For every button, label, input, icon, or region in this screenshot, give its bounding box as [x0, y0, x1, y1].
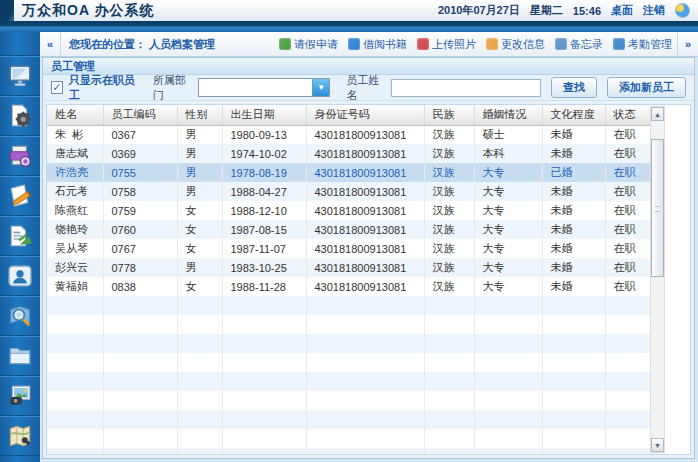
table-cell: 未婚	[542, 277, 605, 296]
column-header-5[interactable]: 身份证号码	[306, 105, 424, 125]
table-row[interactable]: 黄福娟0838女1988-11-28430181800913081汉族大专未婚在…	[47, 277, 653, 296]
table-row[interactable]: 唐志斌0369男1974-10-02430181800913081汉族本科未婚在…	[47, 144, 653, 163]
empty-cell	[474, 391, 542, 410]
column-header-4[interactable]: 出生日期	[222, 105, 306, 125]
table-row[interactable]: 陈燕红0759女1988-12-10430181800913081汉族大专未婚在…	[47, 201, 653, 220]
empty-cell	[424, 353, 474, 372]
show-active-label: 只显示在职员工	[69, 73, 137, 103]
table-cell: 在职	[605, 258, 653, 277]
empty-cell	[542, 410, 605, 429]
sidebar-item-personnel[interactable]	[0, 256, 40, 296]
empty-row	[47, 410, 653, 429]
table-cell: 汉族	[424, 239, 474, 258]
table-row[interactable]: 许浩亮0755男1978-08-19430181800913081汉族大专已婚在…	[47, 163, 653, 182]
toolbar-more-button[interactable]: »	[677, 32, 698, 57]
toolbar-item-6[interactable]: 考勤管理	[608, 37, 677, 52]
messenger-icon[interactable]	[675, 3, 690, 18]
empty-cell	[605, 334, 653, 353]
chevron-down-icon[interactable]: ▼	[312, 79, 329, 96]
department-select[interactable]: ▼	[198, 78, 331, 97]
sidebar-item-document-search[interactable]	[0, 296, 40, 336]
table-row[interactable]: 彭兴云0778男1983-10-25430181800913081汉族大专未婚在…	[47, 258, 653, 277]
empty-cell	[474, 372, 542, 391]
book-search-icon	[7, 303, 33, 329]
toolbar-item-5[interactable]: 备忘录	[550, 37, 608, 52]
column-header-3[interactable]: 性别	[177, 105, 222, 125]
table-cell: 女	[177, 239, 222, 258]
add-employee-button[interactable]: 添加新员工	[607, 77, 686, 98]
table-cell: 男	[177, 163, 222, 182]
sidebar-item-reports[interactable]	[0, 216, 40, 256]
sidebar-item-map[interactable]	[0, 416, 40, 456]
toolbar-item-1[interactable]: 请假申请	[274, 37, 343, 52]
column-header-2[interactable]: 员工编码	[103, 105, 177, 125]
table-row[interactable]: 饶艳玲0760女1987-08-15430181800913081汉族大专未婚在…	[47, 220, 653, 239]
table-cell: 大专	[474, 258, 542, 277]
column-header-9[interactable]: 状态	[605, 105, 653, 125]
empty-cell	[474, 410, 542, 429]
table-cell: 未婚	[542, 220, 605, 239]
collapse-sidebar-button[interactable]: «	[40, 32, 61, 57]
table-cell: 0778	[103, 258, 177, 277]
toolbar-item-3[interactable]: 上传照片	[412, 37, 481, 52]
vertical-scrollbar[interactable]: ▲ ▼	[650, 106, 665, 453]
sidebar-item-desktop[interactable]	[0, 56, 40, 96]
desktop-link[interactable]: 桌面	[611, 3, 633, 18]
table-cell: 男	[177, 182, 222, 201]
show-active-checkbox[interactable]: ✓	[51, 81, 63, 94]
table-cell: 未婚	[542, 144, 605, 163]
table-cell: 430181800913081	[306, 239, 424, 258]
sidebar-item-folders[interactable]	[0, 336, 40, 376]
empty-cell	[177, 334, 222, 353]
table-cell: 1988-11-28	[222, 277, 306, 296]
empty-cell	[177, 410, 222, 429]
column-header-6[interactable]: 民族	[424, 105, 474, 125]
column-header-1[interactable]: 姓名	[47, 105, 103, 125]
scrollbar-thumb[interactable]	[651, 139, 664, 277]
weekday-text: 星期二	[530, 3, 563, 18]
empty-cell	[47, 353, 103, 372]
sidebar-item-document-settings[interactable]	[0, 96, 40, 136]
employee-name-label: 员工姓名	[346, 73, 385, 103]
toolbar-item-2[interactable]: 借阅书籍	[343, 37, 412, 52]
empty-cell	[47, 296, 103, 315]
sidebar-item-compose[interactable]	[0, 176, 40, 216]
toolbar-item-4[interactable]: 更改信息	[481, 37, 550, 52]
table-cell: 0838	[103, 277, 177, 296]
empty-cell	[103, 334, 177, 353]
column-header-8[interactable]: 文化程度	[542, 105, 605, 125]
scroll-down-button[interactable]: ▼	[651, 438, 664, 452]
empty-cell	[222, 410, 306, 429]
table-cell: 430181800913081	[306, 144, 424, 163]
empty-cell	[605, 429, 653, 448]
table-cell: 大专	[474, 163, 542, 182]
table-cell: 汉族	[424, 144, 474, 163]
table-cell: 大专	[474, 220, 542, 239]
table-cell: 430181800913081	[306, 220, 424, 239]
table-row[interactable]: 朱 彬0367男1980-09-13430181800913081汉族硕士未婚在…	[47, 125, 653, 144]
oa-window: 万众和OA 办公系统 2010年07月27日 星期二 15:46 桌面 注销 «…	[0, 0, 698, 462]
table-cell: 男	[177, 125, 222, 144]
empty-row	[47, 448, 653, 455]
sidebar-item-print[interactable]	[0, 136, 40, 176]
table-cell: 在职	[605, 144, 653, 163]
column-header-7[interactable]: 婚姻情况	[474, 105, 542, 125]
table-cell: 汉族	[424, 258, 474, 277]
sidebar-item-photos[interactable]	[0, 376, 40, 416]
empty-cell	[542, 296, 605, 315]
scroll-up-button[interactable]: ▲	[651, 107, 664, 121]
logout-link[interactable]: 注销	[643, 3, 665, 18]
empty-cell	[424, 391, 474, 410]
empty-cell	[605, 410, 653, 429]
table-cell: 1988-12-10	[222, 201, 306, 220]
empty-cell	[177, 429, 222, 448]
table-row[interactable]: 石元考0758男1988-04-27430181800913081汉族大专未婚在…	[47, 182, 653, 201]
empty-cell	[222, 296, 306, 315]
search-button[interactable]: 查找	[551, 77, 597, 98]
table-cell: 汉族	[424, 125, 474, 144]
empty-cell	[222, 448, 306, 455]
employee-name-input[interactable]	[391, 79, 541, 97]
table-cell: 在职	[605, 277, 653, 296]
empty-cell	[47, 391, 103, 410]
table-row[interactable]: 吴从琴0767女1987-11-07430181800913081汉族大专未婚在…	[47, 239, 653, 258]
